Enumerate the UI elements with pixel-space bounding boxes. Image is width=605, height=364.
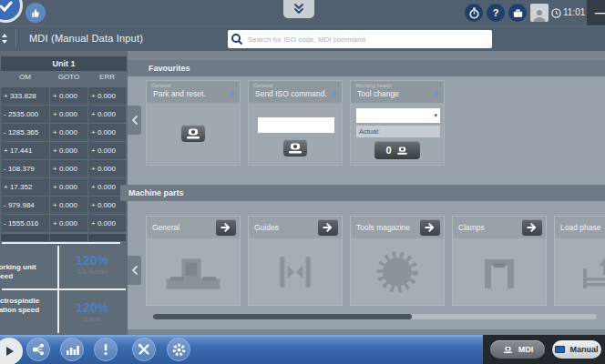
timer-button[interactable] — [465, 4, 483, 22]
settings-button[interactable] — [167, 338, 190, 361]
tool-number: 0 — [385, 145, 391, 156]
sort-arrows-icon[interactable] — [0, 31, 11, 46]
axis-value-cell: + 0.000 — [88, 160, 126, 177]
search-input[interactable] — [246, 35, 492, 45]
arrow-right-icon — [220, 221, 232, 234]
person-icon — [532, 8, 547, 22]
help-icon: ? — [493, 7, 499, 18]
machine-parts-section: General Guides — [128, 201, 605, 329]
arrow-right-icon — [322, 221, 334, 234]
favourites-header: Favourites — [128, 60, 605, 76]
axis-value-cell: + 17.441 — [1, 142, 49, 159]
card-category: General — [249, 81, 342, 88]
chevron-left-icon — [130, 265, 139, 276]
electrospindle-speed-label: Electrospindle rotation speed — [0, 297, 56, 315]
open-part-button[interactable] — [420, 219, 440, 236]
machine-parts-header: Machine parts — [120, 185, 605, 201]
run-button[interactable] — [0, 338, 23, 364]
execute-button[interactable] — [181, 125, 205, 142]
clock-icon — [551, 8, 561, 18]
axis-value-cell: - 1285.365 — [1, 124, 49, 141]
card-category: General — [147, 81, 240, 88]
card-category: Working heads — [351, 81, 444, 88]
favourite-card-park-and-reset[interactable]: General Park and reset. ★ — [146, 80, 241, 166]
machine-run-icon — [502, 346, 514, 354]
search-bar[interactable] — [228, 30, 492, 48]
machine-run-icon — [184, 127, 202, 140]
axis-value-cell: + 0.000 — [50, 106, 87, 123]
axis-value-cell: + 0.000 — [88, 87, 126, 105]
favourite-card-tool-change[interactable]: Working heads Tool change ★ ▾ Actual: 0 — [350, 80, 445, 166]
search-icon — [228, 33, 246, 46]
machine-parts-scrollbar-thumb[interactable] — [153, 314, 412, 319]
machine-parts-collapse-handle[interactable] — [128, 256, 141, 285]
machine-part-card-clamps[interactable]: Clamps — [452, 216, 547, 306]
clock-time: 11:01 — [563, 7, 585, 17]
machine-part-card-load-phase[interactable]: Load phase — [554, 216, 605, 306]
arrow-right-icon — [526, 221, 538, 234]
mode-manual-button[interactable]: Manual — [552, 340, 601, 359]
machine-part-card-general[interactable]: General — [146, 216, 241, 306]
maintenance-button[interactable] — [132, 338, 156, 361]
user-avatar[interactable] — [530, 4, 549, 22]
electrospindle-speed-value[interactable]: 120% 0 rpm — [60, 300, 124, 323]
titlebar-divider — [15, 29, 16, 47]
thumbs-up-icon — [30, 7, 41, 18]
axis-value-cell: + 17.352 — [1, 178, 49, 196]
axis-value-cell: - 979.984 — [1, 197, 49, 214]
mode-manual-label: Manual — [569, 345, 598, 354]
favourites-section: General Park and reset. ★ General Send I… — [128, 76, 605, 185]
card-title: Park and reset. — [147, 88, 240, 98]
machine-bed-icon — [164, 251, 222, 293]
double-chevron-down-icon — [292, 3, 306, 15]
open-part-button[interactable] — [522, 219, 542, 236]
favourite-star-icon[interactable]: ★ — [431, 88, 440, 98]
divider — [2, 242, 120, 244]
working-unit-speed-value[interactable]: 120% 0.0 m/min — [60, 253, 124, 276]
axis-value-cell: - 108.379 — [1, 160, 49, 177]
tool-change-execute-button[interactable]: 0 — [374, 141, 420, 159]
toolbox-button[interactable] — [508, 4, 527, 22]
gear-icon — [171, 342, 187, 358]
tool-select[interactable]: ▾ — [356, 108, 440, 123]
iso-command-input[interactable] — [258, 117, 334, 133]
process-nodes-button[interactable] — [26, 338, 50, 361]
axis-value-cell: + 0.000 — [50, 160, 87, 177]
axis-value-cell: + 0.000 — [50, 142, 87, 159]
axis-value-cell: + 0.000 — [88, 106, 126, 123]
dropdown-arrow-icon: ▾ — [434, 112, 437, 118]
card-title: Tool change — [351, 88, 444, 98]
open-part-button[interactable] — [318, 219, 338, 236]
statistics-button[interactable] — [60, 338, 84, 361]
thumbs-up-button[interactable] — [26, 3, 46, 23]
panel-collapse-tab[interactable] — [283, 0, 314, 18]
unit-axes-panel: Unit 1 OM GOTO ERR + 333.828 + 0.000 + 0… — [0, 51, 128, 335]
mode-mdi-button[interactable]: MDI — [490, 340, 545, 359]
favourite-star-icon[interactable]: ★ — [329, 88, 338, 98]
favourite-star-icon[interactable]: ★ — [227, 88, 236, 98]
card-title: Send ISO command. — [249, 88, 342, 98]
actual-tool-field: Actual: — [356, 126, 440, 137]
column-header: GOTO — [50, 73, 87, 81]
arrow-right-icon — [424, 221, 436, 234]
card-title: Load phase — [555, 217, 605, 232]
stopwatch-icon — [468, 7, 480, 19]
clamp-gantry-icon — [472, 251, 527, 293]
alarms-button[interactable] — [94, 338, 118, 361]
help-button[interactable]: ? — [487, 4, 505, 22]
exclamation-icon — [98, 342, 113, 357]
axis-value-cell: + 0.000 — [50, 197, 87, 214]
open-part-button[interactable] — [216, 219, 236, 236]
machine-part-card-guides[interactable]: Guides — [248, 216, 343, 306]
status-check-badge[interactable] — [0, 0, 23, 23]
column-header: OM — [1, 73, 49, 81]
axis-value-cell: - 1555.016 — [1, 215, 49, 232]
machine-part-card-tools-magazine[interactable]: Tools magazine — [350, 216, 445, 306]
favourites-collapse-handle[interactable] — [128, 106, 141, 135]
axis-value-cell: + 0.000 — [50, 124, 87, 141]
execute-button[interactable] — [283, 139, 307, 157]
mode-mdi-label: MDI — [518, 345, 534, 354]
minimize-button[interactable]: — — [587, 0, 605, 25]
bar-chart-icon — [65, 342, 79, 357]
favourite-card-send-iso-command[interactable]: General Send ISO command. ★ — [248, 80, 343, 166]
